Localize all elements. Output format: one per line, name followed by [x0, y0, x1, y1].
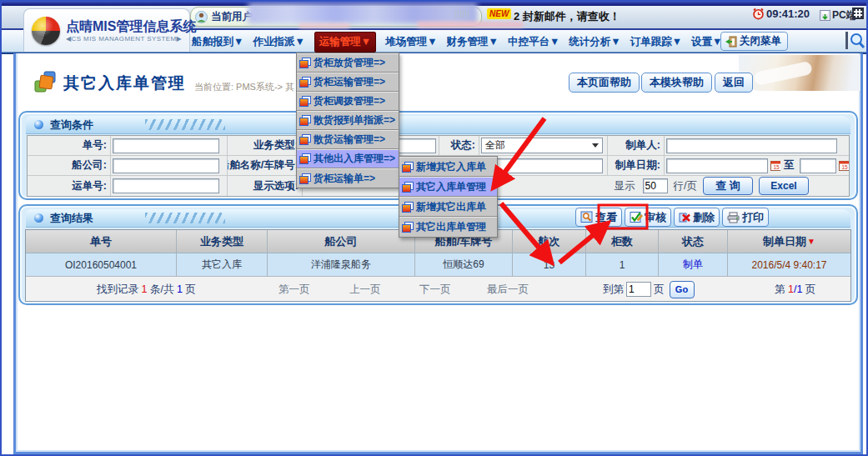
- col-order-no[interactable]: 单号: [26, 230, 177, 253]
- menu-settings[interactable]: 设置▼: [691, 35, 722, 49]
- menu-yard[interactable]: 堆场管理▼: [385, 35, 437, 49]
- menu-order-tracking[interactable]: 订单跟踪▼: [630, 35, 682, 49]
- col-status[interactable]: 状态: [659, 230, 728, 253]
- query-section-title: 查询条件: [50, 118, 93, 133]
- container-no-input[interactable]: [481, 158, 603, 173]
- date-to-input[interactable]: [800, 158, 836, 173]
- col-biz-type[interactable]: 业务类型: [177, 230, 268, 253]
- status-label: 状态:: [439, 136, 479, 156]
- page-info: 第 1/1 页: [775, 277, 815, 302]
- menu-finance[interactable]: 财务管理▼: [447, 35, 499, 49]
- audit-check-icon: [630, 211, 643, 223]
- submenu-item-label: 其它出库单管理: [416, 220, 486, 234]
- menu-item-bulk-report-assign[interactable]: 散货报到单指派=>: [297, 111, 399, 130]
- status-select[interactable]: 全部: [481, 138, 603, 153]
- header-stripes: [145, 213, 225, 223]
- menu-item-bulk-transport[interactable]: 散货运输管理=>: [297, 130, 399, 149]
- search-magnifier-icon[interactable]: [845, 31, 865, 51]
- next-page-link[interactable]: 下一页: [419, 277, 451, 302]
- cascade-window-icon: [299, 58, 311, 68]
- order-no-input[interactable]: [113, 138, 219, 153]
- mail-notice-link[interactable]: 2 封新邮件，请查收！: [514, 9, 620, 24]
- menu-ship-report[interactable]: 船舶报到▼: [192, 35, 243, 49]
- excel-button[interactable]: Excel: [759, 177, 809, 195]
- cascade-window-icon: [299, 173, 311, 184]
- last-page-link[interactable]: 最后一页: [487, 277, 529, 302]
- col-make-date[interactable]: 制单日期 ▼: [728, 230, 850, 253]
- back-button[interactable]: 返回: [715, 73, 753, 93]
- printer-icon: [727, 212, 740, 223]
- menu-statistics[interactable]: 统计分析▼: [569, 35, 620, 49]
- clock-time: 09:41:20: [766, 8, 810, 20]
- col-voyage[interactable]: 航次: [513, 230, 586, 253]
- logo-pie-icon: [32, 17, 60, 45]
- waybill-label: 运单号:: [28, 176, 111, 196]
- submenu-item-inbound-manage[interactable]: 其它入库单管理: [399, 177, 497, 197]
- current-page: 1: [788, 283, 794, 295]
- submenu-item-new-inbound[interactable]: 新增其它入库单: [399, 157, 497, 177]
- show-suffix: 行/页: [674, 179, 697, 193]
- cell-voyage: 13: [513, 253, 586, 276]
- menu-job-assign[interactable]: 作业指派▼: [253, 35, 304, 49]
- page-help-button[interactable]: 本页面帮助: [569, 73, 640, 93]
- alarm-clock-icon: [752, 8, 765, 20]
- submenu-item-outbound-manage[interactable]: 其它出库单管理: [399, 217, 497, 237]
- cell-shipping-co: 洋浦隆泉船务: [268, 253, 415, 276]
- menu-item-container-transport[interactable]: 货柜运输管理=>: [297, 73, 399, 92]
- submenu-item-new-outbound[interactable]: 新增其它出库单: [399, 197, 497, 217]
- menu-item-label: 其他出入库管理=>: [314, 152, 395, 166]
- go-button[interactable]: Go: [670, 281, 695, 298]
- cell-make-date: 2016/5/4 9:40:17: [728, 253, 850, 276]
- col-container-count[interactable]: 柜数: [586, 230, 659, 253]
- found-count: 1: [141, 283, 147, 295]
- total-pages: 1: [177, 283, 183, 295]
- cascade-window-icon: [402, 202, 414, 213]
- first-page-link[interactable]: 第一页: [278, 277, 310, 302]
- maker-input[interactable]: [666, 138, 837, 153]
- module-help-button[interactable]: 本模块帮助: [641, 73, 712, 93]
- cascade-window-icon: [299, 115, 311, 126]
- user-avatar-icon: [195, 11, 208, 23]
- qr-code-icon[interactable]: [852, 8, 864, 19]
- close-menu-button[interactable]: 关闭菜单: [720, 32, 788, 51]
- prev-page-link[interactable]: 上一页: [349, 277, 381, 302]
- pageinfo-total: 1: [796, 283, 802, 295]
- menu-item-container-allocation[interactable]: 货柜调拨管理=>: [297, 92, 399, 111]
- found-prefix: 找到记录: [97, 283, 138, 297]
- menu-item-container-release[interactable]: 货柜放货管理=>: [297, 53, 399, 73]
- menu-item-other-inout-warehouse[interactable]: 其他出入库管理=>: [297, 149, 399, 168]
- audit-label: 审核: [645, 210, 666, 225]
- menu-item-label: 货柜运输单=>: [314, 172, 375, 186]
- view-button[interactable]: 查看: [575, 208, 622, 227]
- status-value: 全部: [485, 138, 505, 153]
- delete-button[interactable]: 删除: [674, 208, 720, 227]
- make-date-label: 制单日期:: [608, 156, 665, 176]
- search-button[interactable]: 查 询: [703, 177, 753, 195]
- menu-transport-active[interactable]: 运输管理▼: [314, 32, 376, 53]
- rows-per-page-input[interactable]: [643, 178, 668, 193]
- section-bullet-icon: [34, 120, 43, 129]
- calendar-icon[interactable]: 15: [770, 160, 780, 171]
- separator-ticks: [455, 10, 469, 18]
- redacted-area: [299, 23, 350, 28]
- menu-item-label: 散货报到单指派=>: [314, 113, 395, 128]
- display-option-label: 显示选项:: [228, 176, 303, 196]
- other-warehouse-submenu: 新增其它入库单 其它入库单管理 新增其它出库单 其它出库单管理: [399, 156, 498, 238]
- goto-page-input[interactable]: [626, 282, 651, 297]
- audit-button[interactable]: 审核: [625, 208, 671, 227]
- menu-control-platform[interactable]: 中控平台▼: [508, 35, 559, 49]
- table-row[interactable]: OI20160504001 其它入库 洋浦隆泉船务 恒顺达69 13 1 制单 …: [26, 253, 850, 276]
- print-button[interactable]: 打印: [722, 208, 769, 227]
- waybill-input[interactable]: [113, 178, 219, 193]
- calendar-icon[interactable]: 15: [839, 160, 849, 171]
- order-no-label: 单号:: [28, 136, 111, 156]
- shipping-co-input[interactable]: [113, 158, 219, 173]
- view-label: 查看: [595, 210, 617, 225]
- menu-item-container-waybill[interactable]: 货柜运输单=>: [297, 168, 399, 188]
- cascade-window-icon: [402, 162, 414, 173]
- date-from-input[interactable]: [666, 158, 768, 173]
- submenu-item-label: 新增其它入库单: [416, 160, 486, 174]
- col-shipping-co[interactable]: 船公司: [268, 230, 415, 253]
- pageinfo-suffix: 页: [805, 283, 816, 297]
- section-bullet-icon: [34, 213, 43, 223]
